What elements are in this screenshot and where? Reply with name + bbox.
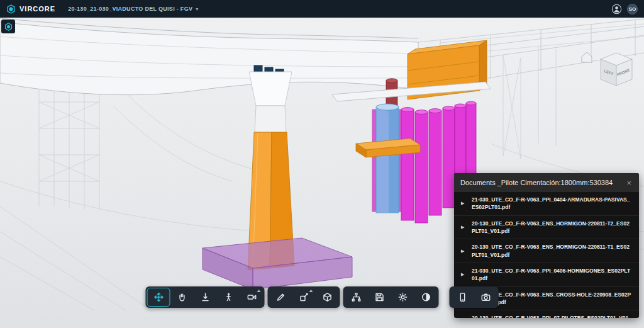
orbit-tool-button[interactable] bbox=[147, 288, 170, 307]
document-name: 20-130_UTE_CO_F-R-V063_ENS_HORMIGON-2208… bbox=[472, 243, 631, 259]
vircore-logo: VIRCORE bbox=[6, 4, 55, 14]
bottom-toolbar bbox=[146, 286, 499, 308]
document-item[interactable]: ▶ 21-030_UTE_CO_F-R-V063_PPI_0406-HORMIG… bbox=[454, 263, 639, 287]
camera-icon bbox=[480, 292, 491, 302]
viewer-menu-button[interactable] bbox=[1, 20, 15, 33]
person-icon bbox=[223, 292, 233, 302]
close-icon[interactable]: × bbox=[625, 178, 633, 188]
pile-blue[interactable] bbox=[376, 104, 399, 213]
tool-dropdown-caret bbox=[309, 290, 313, 292]
expand-caret-icon: ▶ bbox=[461, 201, 464, 206]
pier-collar bbox=[255, 106, 286, 132]
document-name: 21-030_UTE_CO_F-R-V063_PPI_0406-HORMIGON… bbox=[472, 267, 631, 283]
save-floppy-icon bbox=[374, 292, 384, 302]
mobile-phone-icon bbox=[457, 292, 467, 302]
foundation-cap-purple[interactable] bbox=[203, 238, 352, 290]
expand-caret-icon: ▶ bbox=[461, 272, 464, 277]
model-tree-button[interactable] bbox=[345, 288, 368, 307]
mobile-ar-button[interactable] bbox=[451, 288, 474, 307]
pier[interactable] bbox=[248, 65, 294, 269]
video-camera-icon bbox=[247, 292, 257, 302]
hand-icon bbox=[177, 292, 187, 302]
edit-object-button[interactable] bbox=[292, 288, 316, 307]
document-name: 21-030_UTE_CO_F-R-V063_PPI_0404-ARMADURA… bbox=[472, 196, 631, 212]
orbit-move-icon bbox=[153, 292, 164, 302]
home-icon[interactable] bbox=[582, 52, 592, 62]
topbar: VIRCORE 20-130_21-030_VIADUCTO DEL QUISI… bbox=[0, 0, 644, 18]
document-item[interactable]: ▶ 20-130_UTE_CO_F-R-V063_PPI_07-PILOTES_… bbox=[454, 310, 639, 318]
toolbar-group-markup bbox=[268, 286, 340, 308]
expand-caret-icon: ▶ bbox=[461, 225, 464, 230]
edit-box-icon bbox=[299, 292, 309, 302]
cube-icon bbox=[322, 292, 332, 302]
pencil-icon bbox=[275, 292, 286, 302]
screenshot-button[interactable] bbox=[474, 288, 497, 307]
gear-icon bbox=[397, 292, 408, 302]
avatar-icon[interactable] bbox=[611, 4, 622, 14]
app-window: VIRCORE 20-130_21-030_VIADUCTO DEL QUISI… bbox=[0, 0, 644, 328]
project-title: 20-130_21-030_VIADUCTO DEL QUISI - FGV bbox=[68, 6, 192, 12]
save-view-button[interactable] bbox=[368, 288, 391, 307]
toolbar-group-navigation bbox=[146, 286, 265, 308]
hexagon-logo-icon bbox=[6, 4, 16, 14]
hierarchy-nodes-icon bbox=[351, 292, 361, 302]
section-cube-button[interactable] bbox=[316, 288, 339, 307]
topbar-right: SO bbox=[611, 4, 638, 14]
markup-tool-button[interactable] bbox=[269, 288, 292, 307]
toolbar-group-capture bbox=[450, 286, 499, 308]
walk-tool-button[interactable] bbox=[217, 288, 240, 307]
document-item[interactable]: ▶ 20-130_UTE_CO_F-R-V063_ENS_HORMIGON-22… bbox=[454, 216, 639, 240]
expand-caret-icon: ▶ bbox=[461, 249, 464, 254]
documents-panel-header: Documents _Pilote Cimentación:1800mm:530… bbox=[454, 173, 639, 192]
documents-panel-title: Documents _Pilote Cimentación:1800mm:530… bbox=[460, 179, 625, 186]
user-badge[interactable]: SO bbox=[627, 4, 638, 14]
toolbar-group-model bbox=[343, 286, 439, 308]
arrow-down-icon bbox=[200, 292, 210, 302]
tool-dropdown-caret bbox=[257, 290, 261, 292]
chevron-down-icon: ▾ bbox=[196, 6, 198, 12]
contrast-icon bbox=[421, 292, 431, 302]
camera-views-button[interactable] bbox=[240, 288, 264, 307]
document-name: 20-130_UTE_CO_F-R-V063_ENS_HORMIGON-2208… bbox=[472, 220, 631, 235]
document-name: 20-130_UTE_CO_F-R-V063_PPI_07-PILOTES_ES… bbox=[472, 314, 631, 318]
gravity-tool-button[interactable] bbox=[194, 288, 217, 307]
bridge-deck[interactable] bbox=[0, 18, 418, 95]
hexagon-mini-icon bbox=[4, 23, 13, 31]
viewport-3d[interactable]: LEFT FRONT Documents _Pilote Cimentación… bbox=[0, 18, 644, 328]
view-cube[interactable]: LEFT FRONT bbox=[582, 52, 632, 86]
pier-capital bbox=[249, 72, 292, 106]
document-item[interactable]: ▶ 20-130_UTE_CO_F-R-V063_ENS_HORMIGON-22… bbox=[454, 239, 639, 263]
document-item[interactable]: ▶ 21-030_UTE_CO_F-R-V063_PPI_0404-ARMADU… bbox=[454, 192, 639, 216]
vircore-logo-text: VIRCORE bbox=[19, 5, 55, 13]
settings-button[interactable] bbox=[391, 288, 414, 307]
pan-tool-button[interactable] bbox=[170, 288, 194, 307]
project-selector[interactable]: 20-130_21-030_VIADUCTO DEL QUISI - FGV ▾ bbox=[68, 6, 198, 12]
background-toggle-button[interactable] bbox=[414, 288, 438, 307]
